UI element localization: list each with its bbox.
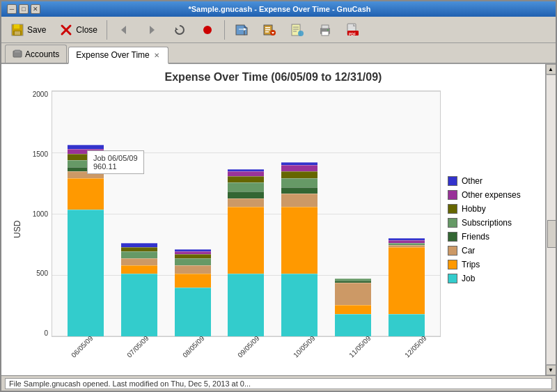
chart-title: Expense Over Time (06/05/09 to 12/31/09) — [8, 71, 538, 84]
bar-segment-car — [228, 198, 264, 207]
bar-segment-job — [335, 314, 371, 336]
legend-color-box — [448, 176, 457, 186]
save-icon — [10, 22, 25, 38]
svg-marker-11 — [244, 25, 247, 28]
svg-rect-18 — [265, 31, 269, 33]
legend-item-friends: Friends — [448, 232, 531, 242]
tab-accounts[interactable]: Accounts — [5, 45, 67, 63]
legend-item-car: Car — [448, 246, 531, 256]
legend-color-box — [448, 232, 457, 242]
scroll-up-button[interactable]: ▲ — [546, 64, 556, 75]
restore-button[interactable]: □ — [19, 4, 29, 14]
bar-segment-trips — [228, 207, 264, 274]
y-tick-1000: 1000 — [33, 210, 48, 218]
svg-point-29 — [327, 29, 329, 31]
bar-segment-job — [68, 210, 104, 336]
scroll-down-button[interactable]: ▼ — [546, 365, 556, 375]
close-window-button[interactable]: ✕ — [31, 4, 40, 14]
svg-rect-16 — [265, 27, 270, 29]
bars-container — [52, 91, 440, 336]
chart-canvas: Job 06/05/09 960.11 — [52, 91, 441, 337]
legend-item-subscriptions: Subscriptions — [448, 218, 531, 228]
legend-color-box — [448, 260, 457, 269]
bar-segment-trips — [68, 178, 104, 210]
svg-point-9 — [203, 26, 212, 34]
tab-close-button[interactable]: ✕ — [152, 51, 161, 59]
chart-plot-area: 2000 1500 1000 500 0 — [27, 91, 441, 337]
legend-color-box — [448, 190, 457, 200]
bar-group — [175, 249, 211, 336]
minimize-button[interactable]: ─ — [7, 4, 17, 14]
close-button[interactable]: Close — [54, 19, 102, 40]
scroll-thumb[interactable] — [547, 220, 556, 248]
bar-segment-car — [175, 265, 211, 274]
scrollbar: ▲ ▼ — [545, 64, 556, 375]
chart-area: Expense Over Time (06/05/09 to 12/31/09)… — [1, 64, 545, 375]
window-controls: ─ □ ✕ — [7, 4, 40, 14]
bar-segment-job — [281, 274, 317, 336]
svg-rect-10 — [236, 25, 244, 35]
y-tick-500: 500 — [36, 269, 48, 277]
status-bar: File Sample.gnucash opened. Last modifie… — [1, 375, 556, 391]
legend-label: Trips — [462, 260, 480, 269]
export-button[interactable] — [257, 19, 282, 40]
svg-rect-27 — [322, 25, 329, 29]
x-axis: 06/05/0907/05/0908/05/0909/05/0910/05/09… — [52, 337, 441, 368]
legend-color-box — [448, 246, 457, 256]
bar-group — [389, 238, 425, 336]
import-icon — [234, 22, 249, 38]
svg-marker-8 — [175, 27, 178, 30]
refresh-button[interactable] — [167, 19, 192, 40]
window-title: *Sample.gnucash - Expense Over Time - Gn… — [40, 5, 519, 13]
bar-segment-subscriptions — [281, 178, 317, 187]
main-window: ─ □ ✕ *Sample.gnucash - Expense Over Tim… — [0, 0, 557, 392]
back-button[interactable] — [111, 19, 136, 40]
chart-with-axes: 2000 1500 1000 500 0 — [27, 91, 441, 368]
legend-color-box — [448, 218, 457, 228]
record-button[interactable] — [195, 19, 220, 40]
legend-color-box — [448, 204, 457, 214]
print-icon — [317, 22, 333, 38]
report-icon — [290, 22, 305, 38]
bar-segment-trips — [175, 274, 211, 287]
scroll-track[interactable] — [546, 75, 556, 365]
bar-segment-job — [228, 274, 264, 336]
bar-segment-subscriptions — [228, 182, 264, 191]
legend-item-other: Other — [448, 176, 531, 186]
y-tick-2000: 2000 — [33, 91, 48, 98]
y-tick-0: 0 — [44, 329, 48, 337]
legend-item-trips: Trips — [448, 260, 531, 269]
save-button[interactable]: Save — [5, 19, 51, 40]
legend-label: Hobby — [462, 204, 486, 214]
legend-label: Car — [462, 246, 475, 256]
y-tick-1500: 1500 — [33, 150, 48, 158]
y-axis: 2000 1500 1000 500 0 — [27, 91, 52, 337]
bar-segment-subscriptions — [175, 258, 211, 265]
close-icon — [58, 22, 74, 38]
bar-segment-job — [389, 314, 425, 336]
bar-segment-friends — [228, 191, 264, 198]
main-content: Expense Over Time (06/05/09 to 12/31/09)… — [1, 64, 556, 375]
svg-marker-6 — [121, 26, 126, 34]
bar-segment-subscriptions — [121, 251, 157, 258]
bar-group — [121, 243, 157, 336]
bar-group — [228, 169, 264, 336]
pdf-button[interactable]: PDF — [340, 19, 366, 40]
print-button[interactable] — [313, 19, 338, 40]
legend-area: OtherOther expensesHobbySubscriptionsFri… — [441, 91, 538, 368]
bar-group — [281, 162, 317, 336]
tab-expense-over-time[interactable]: Expense Over Time ✕ — [68, 47, 168, 64]
bar-group — [335, 279, 371, 336]
forward-icon — [144, 22, 159, 38]
report-button[interactable] — [285, 19, 310, 40]
legend-item-hobby: Hobby — [448, 204, 531, 214]
bar-segment-job — [175, 288, 211, 336]
tabs-bar: Accounts Expense Over Time ✕ — [1, 43, 556, 64]
pdf-icon: PDF — [345, 22, 361, 38]
forward-button[interactable] — [139, 19, 164, 40]
import-button[interactable] — [229, 19, 254, 40]
bar-segment-job — [121, 274, 157, 336]
title-bar: ─ □ ✕ *Sample.gnucash - Expense Over Tim… — [1, 1, 556, 17]
refresh-icon — [172, 22, 187, 38]
tooltip: Job 06/05/09 960.11 — [87, 150, 144, 174]
